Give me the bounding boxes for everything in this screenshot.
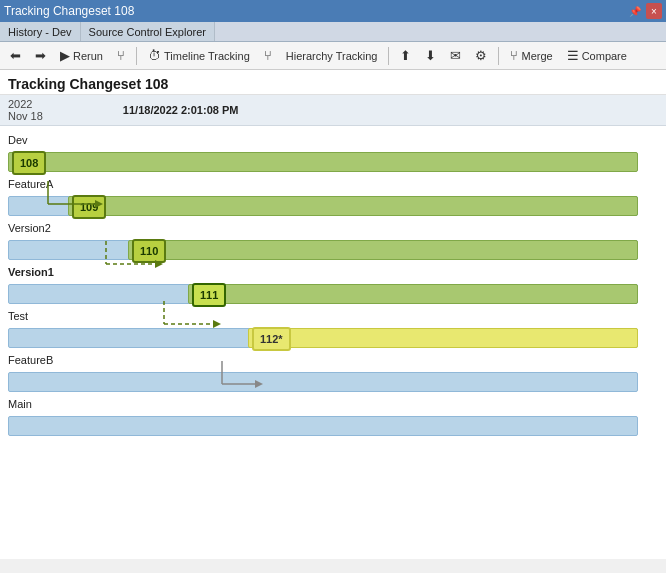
branch-test-group: Test 112* <box>8 308 658 350</box>
branch-version1-track: 111 <box>8 280 658 306</box>
rerun-button[interactable]: ▶ Rerun <box>54 46 109 65</box>
branch-dev-track: 108 <box>8 148 658 174</box>
rerun-label: Rerun <box>73 50 103 62</box>
upload-icon: ⬆ <box>400 49 411 62</box>
timeline-icon: ⏱ <box>148 49 161 62</box>
download-button[interactable]: ⬇ <box>419 46 442 65</box>
toolbar: ⬅ ➡ ▶ Rerun ⑂ ⏱ Timeline Tracking ⑂ Hier… <box>0 42 666 70</box>
branch-test-track: 112* <box>8 324 658 350</box>
branch-version2-group: Version2 110 <box>8 220 658 262</box>
close-button[interactable]: × <box>646 3 662 19</box>
branch-test-bar <box>248 328 638 348</box>
tab-source-control-label: Source Control Explorer <box>89 26 206 38</box>
branch-featureA-track: 109 <box>8 192 658 218</box>
merge-button[interactable]: ⑂ Merge <box>504 46 558 65</box>
branch-featureA-label: FeatureA <box>8 176 658 192</box>
branch-dev-group: Dev 108 <box>8 132 658 174</box>
compare-button[interactable]: ☰ Compare <box>561 46 633 65</box>
hierarchy-label: Hierarchy Tracking <box>286 50 378 62</box>
branch-dev-label: Dev <box>8 132 658 148</box>
tab-source-control[interactable]: Source Control Explorer <box>81 22 215 41</box>
date-right: 11/18/2022 2:01:08 PM <box>123 104 239 116</box>
undo-icon: ⬅ <box>10 49 21 62</box>
changeset-110[interactable]: 110 <box>132 239 166 263</box>
branch-version2-track: 110 <box>8 236 658 262</box>
tab-bar: History - Dev Source Control Explorer <box>0 22 666 42</box>
page-title: Tracking Changeset 108 <box>8 76 658 92</box>
hierarchy-tracking-button[interactable]: Hierarchy Tracking <box>280 47 384 65</box>
branch-featureB-bar <box>8 372 638 392</box>
merge-icon: ⑂ <box>510 49 518 62</box>
separator-3 <box>498 47 499 65</box>
branch-featureB-track <box>8 368 658 394</box>
branch-featureA-group: FeatureA 109 <box>8 176 658 218</box>
title-bar: Tracking Changeset 108 📌 × <box>0 0 666 22</box>
branch-version1-label: Version1 <box>8 264 658 280</box>
branch-featureB-group: FeatureB <box>8 352 658 394</box>
settings-icon: ⚙ <box>475 49 487 62</box>
branch-version1-bar <box>188 284 638 304</box>
redo-icon: ➡ <box>35 49 46 62</box>
rerun-icon: ▶ <box>60 49 70 62</box>
compare-label: Compare <box>582 50 627 62</box>
changeset-109[interactable]: 109 <box>72 195 106 219</box>
branch-main-bar <box>8 416 638 436</box>
separator-2 <box>388 47 389 65</box>
branch-version2-label: Version2 <box>8 220 658 236</box>
hierarchy-branch-icon-button[interactable]: ⑂ <box>258 46 278 65</box>
redo-button[interactable]: ➡ <box>29 46 52 65</box>
pin-button[interactable]: 📌 <box>628 4 642 18</box>
compare-icon: ☰ <box>567 49 579 62</box>
email-icon: ✉ <box>450 49 461 62</box>
branch-icon: ⑂ <box>117 49 125 62</box>
merge-label: Merge <box>521 50 552 62</box>
branch-version2-bar <box>128 240 638 260</box>
timeline-label: Timeline Tracking <box>164 50 250 62</box>
timeline-tracking-button[interactable]: ⏱ Timeline Tracking <box>142 46 256 65</box>
changeset-112[interactable]: 112* <box>252 327 291 351</box>
branch-main-group: Main <box>8 396 658 438</box>
undo-button[interactable]: ⬅ <box>4 46 27 65</box>
title-bar-title: Tracking Changeset 108 <box>4 4 626 18</box>
main-content: Dev 108 FeatureA 109 Version2 110 Versio… <box>0 126 666 559</box>
email-button[interactable]: ✉ <box>444 46 467 65</box>
download-icon: ⬇ <box>425 49 436 62</box>
branch-featureB-label: FeatureB <box>8 352 658 368</box>
branch-featureA-bar <box>68 196 638 216</box>
date-left: 2022 Nov 18 <box>8 98 43 122</box>
changeset-108[interactable]: 108 <box>12 151 46 175</box>
branch-dev-bar <box>8 152 638 172</box>
upload-button[interactable]: ⬆ <box>394 46 417 65</box>
branch-version1-group: Version1 111 <box>8 264 658 306</box>
branch-icon-button[interactable]: ⑂ <box>111 46 131 65</box>
tab-history-dev-label: History - Dev <box>8 26 72 38</box>
branch-test-label: Test <box>8 308 658 324</box>
branch-main-track <box>8 412 658 438</box>
branch-main-label: Main <box>8 396 658 412</box>
changeset-111[interactable]: 111 <box>192 283 226 307</box>
page-title-area: Tracking Changeset 108 <box>0 70 666 95</box>
hierarchy-branch-icon: ⑂ <box>264 49 272 62</box>
separator-1 <box>136 47 137 65</box>
date-row: 2022 Nov 18 11/18/2022 2:01:08 PM <box>0 95 666 126</box>
tab-history-dev[interactable]: History - Dev <box>0 22 81 41</box>
settings-button[interactable]: ⚙ <box>469 46 493 65</box>
